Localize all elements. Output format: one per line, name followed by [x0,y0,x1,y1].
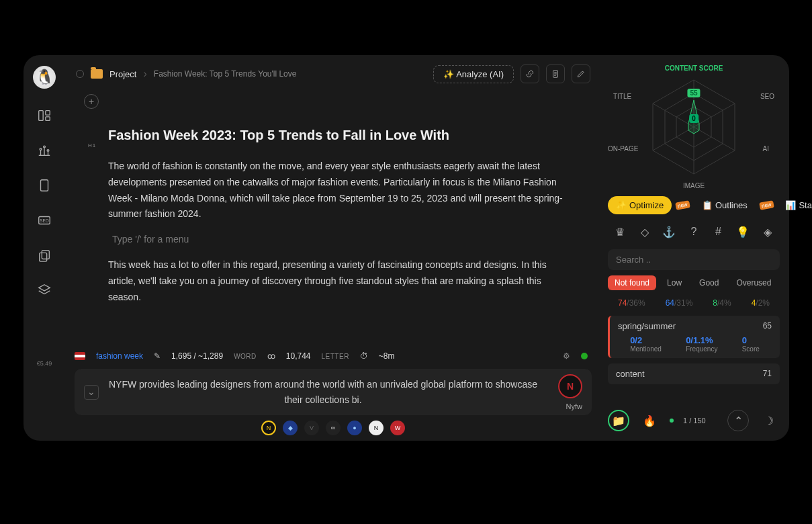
radar-label-onpage: ON-PAGE [608,145,638,152]
analyze-ai-button[interactable]: ✨ Analyze (AI) [433,65,514,83]
doc-paragraph-1[interactable]: The world of fashion is constantly on th… [108,159,572,222]
clock-icon: ⏱ [360,351,368,361]
radar-chart: CONTENT SCORE TITLE SEO ON-PAGE AI IMAGE… [608,63,780,191]
source-chip-row: N ◆ V ∞ ● N W [72,421,594,441]
user-avatar[interactable]: 🐧 [33,66,56,89]
app-window: 🐧 SEO €5.49 Project › Fashion Week: Top … [24,55,789,441]
anchor-icon[interactable]: ⚓ [662,225,676,238]
svg-rect-0 [39,111,43,121]
link-icon[interactable] [521,64,539,83]
filter-row: Not found Low Good Overused [608,275,780,290]
edit-icon[interactable] [572,64,590,83]
keyword-score: 65 [763,321,772,331]
svg-rect-6 [41,180,48,191]
keyword-term: spring/summer [618,321,676,331]
source-chip-6[interactable]: N [369,421,384,435]
moon-icon[interactable]: ☽ [758,410,780,431]
keyword-metrics: 0/2Mentioned 0/1.1%Frequency 0Score [618,335,772,353]
tag-icon[interactable]: ◇ [638,225,651,238]
tab-optimize[interactable]: ✨ Optimize [608,196,672,214]
status-indicator [581,353,588,359]
svg-rect-1 [46,111,50,115]
seo-icon[interactable]: SEO [36,212,52,228]
grid-icon[interactable]: # [712,225,725,238]
keyword-score: 71 [763,369,772,378]
page-icon[interactable] [36,177,52,193]
svg-point-3 [40,148,42,150]
letter-label: LETTER [322,353,349,360]
new-badge: new [675,200,690,210]
source-chip-5[interactable]: ● [347,421,362,435]
word-count: 1,695 / ~1,289 [171,351,223,361]
svg-point-5 [47,150,49,152]
main-column: Project › Fashion Week: Top 5 Trends You… [65,55,601,441]
radar-label-title: TITLE [613,93,631,100]
copy-icon[interactable] [36,247,52,263]
count-row: 74/36% 64/31% 8/4% 4/2% [608,296,780,310]
collapse-chevron-icon[interactable]: ⌄ [84,385,99,400]
layout-icon[interactable] [36,107,52,124]
letter-count: 10,744 [286,351,311,361]
flame-icon[interactable]: 🔥 [639,410,660,431]
source-chip-3[interactable]: V [304,421,319,435]
crown-icon[interactable]: ♛ [613,225,627,238]
chevron-right-icon: › [143,68,146,80]
topbar: Project › Fashion Week: Top 5 Trends You… [72,64,594,90]
svg-rect-9 [42,251,49,259]
folder-open-button[interactable]: 📁 [608,410,629,431]
filter-overused[interactable]: Overused [729,275,778,290]
svg-text:SEO: SEO [40,218,49,223]
folder-icon[interactable] [91,69,103,79]
suggestion-text: NYFW provides leading designers from aro… [109,379,537,404]
radar-label-ai: AI [763,145,769,152]
doc-paragraph-2[interactable]: This week has a lot to offer in this reg… [108,257,572,305]
radar-score-sub: 0 [689,114,698,123]
right-panel: CONTENT SCORE TITLE SEO ON-PAGE AI IMAGE… [601,55,789,441]
letters-icon: ꝏ [267,351,275,361]
diamond-icon[interactable]: ◈ [761,225,774,238]
doc-title[interactable]: Fashion Week 2023: Top 5 Trends to Fall … [108,124,572,146]
tab-statics[interactable]: 📊 Statics [777,196,812,214]
settings-gear-icon[interactable]: ⚙ [563,351,570,361]
svg-rect-10 [40,253,47,261]
document-icon[interactable] [546,64,565,83]
version-label: €5.49 [37,360,52,367]
source-avatar[interactable]: N [558,374,582,398]
source-label: Nyfw [566,401,582,413]
status-dot-icon [76,70,84,78]
layers-icon[interactable] [36,282,52,298]
source-chip-1[interactable]: N [261,421,276,435]
document-editor[interactable]: Fashion Week 2023: Top 5 Trends to Fall … [72,114,594,345]
analytics-icon[interactable] [36,142,52,159]
add-block-button[interactable]: + [84,94,99,109]
source-chip-7[interactable]: W [390,421,405,435]
count-good: 8/4% [713,298,731,308]
source-chip-4[interactable]: ∞ [326,421,341,435]
breadcrumb-project[interactable]: Project [109,69,136,79]
count-notfound: 74/36% [618,298,645,308]
collapse-up-button[interactable]: ⌃ [727,410,749,431]
svg-point-4 [44,146,46,148]
keyword-term: content [616,369,645,379]
keyword-search-input[interactable] [608,249,780,270]
count-low: 64/31% [666,298,693,308]
word-label: WORD [234,353,257,360]
keyword-item-2[interactable]: content 71 [608,363,780,384]
breadcrumb-doc[interactable]: Fashion Week: Top 5 Trends You'll Love [154,69,297,79]
read-time: ~8m [379,351,395,361]
idea-icon[interactable]: 💡 [736,225,750,238]
tab-outlines[interactable]: 📋 Outlines [694,196,756,214]
radar-label-top: CONTENT SCORE [665,64,723,72]
source-chip-2[interactable]: ◆ [283,421,298,435]
help-icon[interactable]: ? [687,225,701,238]
filter-low[interactable]: Low [660,275,688,290]
filter-not-found[interactable]: Not found [608,275,656,290]
slash-menu-hint[interactable]: Type '/' for a menu [112,232,572,248]
panel-tabs: ✨ Optimize new 📋 Outlines new 📊 Statics [608,196,780,214]
primary-keyword[interactable]: fashion week [96,351,143,361]
radar-score-main: 55 [687,89,700,97]
keyword-item-1[interactable]: spring/summer 65 0/2Mentioned 0/1.1%Freq… [608,316,780,358]
suggestion-card: ⌄ NYFW provides leading designers from a… [75,369,592,415]
flag-us-icon [75,352,85,360]
filter-good[interactable]: Good [692,275,725,290]
